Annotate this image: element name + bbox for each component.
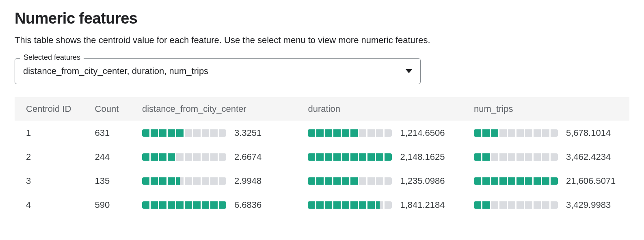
cell-duration: 2,148.1625: [296, 145, 462, 169]
cell-numtrips: 21,606.5071: [462, 169, 629, 193]
segment: [359, 129, 366, 137]
segment: [534, 153, 541, 161]
segment: [176, 201, 184, 209]
cell-duration: 1,841.2184: [296, 193, 462, 217]
col-duration: duration: [296, 97, 462, 121]
segment: [367, 153, 375, 161]
segment: [376, 201, 383, 209]
segment-bar: [142, 201, 226, 209]
feature-cell: 2.9948: [142, 176, 285, 186]
segment-bar: [142, 177, 226, 185]
segment: [142, 129, 149, 137]
segment-bar: [308, 153, 392, 161]
segment: [325, 201, 332, 209]
segment-bar: [142, 153, 226, 161]
feature-value: 6.6836: [234, 200, 283, 210]
segment: [376, 129, 383, 137]
cell-distance: 2.9948: [131, 169, 297, 193]
segment: [534, 201, 541, 209]
segment: [342, 129, 349, 137]
features-table: Centroid ID Count distance_from_city_cen…: [15, 97, 629, 217]
segment: [525, 153, 532, 161]
cell-count: 631: [84, 121, 131, 145]
segment: [516, 201, 524, 209]
feature-cell: 1,841.2184: [308, 200, 451, 210]
segment: [159, 129, 166, 137]
cell-numtrips: 5,678.1014: [462, 121, 629, 145]
col-distance: distance_from_city_center: [131, 97, 297, 121]
segment: [499, 129, 507, 137]
segment: [325, 153, 332, 161]
segment: [534, 177, 541, 185]
segment: [359, 201, 366, 209]
segment: [151, 129, 158, 137]
segment: [193, 177, 201, 185]
segment: [308, 201, 315, 209]
segment: [316, 129, 324, 137]
segment: [376, 177, 383, 185]
segment: [210, 129, 218, 137]
page-subtitle: This table shows the centroid value for …: [15, 34, 629, 47]
segment: [176, 129, 184, 137]
cell-duration: 1,214.6506: [296, 121, 462, 145]
segment: [176, 153, 184, 161]
cell-centroid-id: 4: [15, 193, 84, 217]
table-row: 31352.99481,235.098621,606.5071: [15, 169, 629, 193]
segment: [210, 201, 218, 209]
segment: [482, 177, 490, 185]
segment: [376, 153, 383, 161]
segment: [219, 201, 226, 209]
segment: [508, 129, 515, 137]
segment: [219, 129, 226, 137]
segment: [385, 153, 392, 161]
segment: [367, 129, 375, 137]
segment: [508, 177, 515, 185]
segment-bar: [308, 201, 392, 209]
segment: [202, 201, 209, 209]
segment: [499, 201, 507, 209]
segment: [325, 129, 332, 137]
feature-value: 1,841.2184: [400, 200, 449, 210]
segment-bar: [474, 201, 558, 209]
segment: [534, 129, 541, 137]
cell-count: 135: [84, 169, 131, 193]
segment: [342, 201, 349, 209]
segment: [159, 153, 166, 161]
cell-distance: 2.6674: [131, 145, 297, 169]
cell-duration: 1,235.0986: [296, 169, 462, 193]
segment: [193, 129, 201, 137]
segment: [185, 153, 192, 161]
segment: [202, 177, 209, 185]
segment: [525, 129, 532, 137]
selected-features-select[interactable]: distance_from_city_center, duration, num…: [15, 58, 421, 84]
segment: [210, 177, 218, 185]
segment: [491, 201, 498, 209]
segment: [499, 153, 507, 161]
chevron-down-icon: [406, 69, 412, 73]
segment: [168, 177, 175, 185]
segment: [151, 153, 158, 161]
segment: [525, 201, 532, 209]
feature-cell: 2,148.1625: [308, 152, 451, 162]
feature-value: 1,214.6506: [400, 128, 449, 138]
feature-cell: 1,214.6506: [308, 128, 451, 138]
segment-bar: [474, 177, 558, 185]
segment: [185, 201, 192, 209]
selected-features-field[interactable]: Selected features distance_from_city_cen…: [15, 58, 421, 84]
segment: [159, 201, 166, 209]
segment: [333, 201, 341, 209]
segment: [308, 177, 315, 185]
segment: [168, 129, 175, 137]
segment: [202, 129, 209, 137]
feature-cell: 3.3251: [142, 128, 285, 138]
feature-value: 2.9948: [234, 176, 283, 186]
feature-value: 3,429.9983: [566, 200, 615, 210]
segment: [385, 201, 392, 209]
segment: [474, 153, 481, 161]
segment: [482, 153, 490, 161]
cell-distance: 3.3251: [131, 121, 297, 145]
cell-numtrips: 3,429.9983: [462, 193, 629, 217]
segment: [499, 177, 507, 185]
table-row: 45906.68361,841.21843,429.9983: [15, 193, 629, 217]
feature-value: 5,678.1014: [566, 128, 615, 138]
